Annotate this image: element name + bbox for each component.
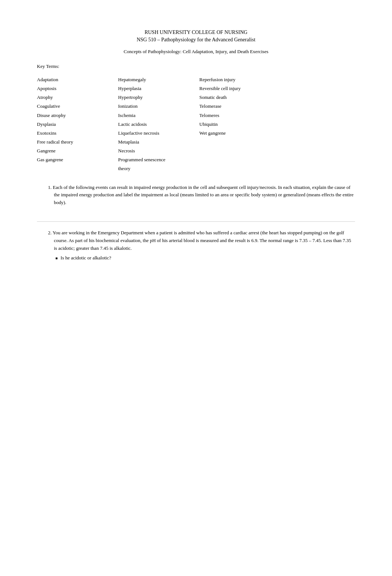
term-item: Gas gangrene — [37, 156, 118, 163]
term-item: Exotoxins — [37, 130, 118, 137]
question-divider — [37, 221, 355, 222]
term-item: Ionization — [118, 103, 199, 110]
term-item: Somatic death — [199, 94, 281, 101]
term-item: Ubiquitin — [199, 121, 281, 128]
header-line1: RUSH UNIVERSITY COLLEGE OF NURSING — [37, 30, 355, 35]
term-item: Coagulative — [37, 103, 118, 110]
term-item: Reversible cell injury — [199, 85, 281, 92]
term-item: Disuse atrophy — [37, 112, 118, 119]
term-item: Hepatomegaly — [118, 76, 199, 83]
term-item: Necrosis — [118, 147, 199, 155]
questions-section: 1. Each of the following events can resu… — [37, 184, 355, 262]
term-item: Metaplasia — [118, 138, 199, 146]
term-item: Reperfusion injury — [199, 76, 281, 83]
term-item: Apoptosis — [37, 85, 118, 92]
term-item: Telomeres — [199, 112, 281, 119]
terms-col-1: AdaptationApoptosisAtrophyCoagulativeDis… — [37, 76, 118, 173]
question-text-2: 2. You are working in the Emergency Depa… — [43, 229, 355, 252]
term-item: Dysplasia — [37, 121, 118, 128]
term-item: Gangrene — [37, 147, 118, 155]
terms-col-2: HepatomegalyHyperplasiaHypertrophyIoniza… — [118, 76, 199, 173]
key-terms-label: Key Terms: — [37, 63, 355, 69]
subtitle: Concepts of Pathophysiology: Cell Adapta… — [37, 49, 355, 55]
page: RUSH UNIVERSITY COLLEGE OF NURSING NSG 5… — [0, 0, 392, 576]
header-line2: NSG 510 – Pathophysiology for the Advanc… — [37, 37, 355, 43]
term-item: Atrophy — [37, 94, 118, 101]
term-item: Lactic acidosis — [118, 121, 199, 128]
term-item: Wet gangrene — [199, 130, 281, 137]
question-text-1: 1. Each of the following events can resu… — [43, 184, 355, 207]
term-item: Liquefactive necrosis — [118, 130, 199, 137]
term-item: Adaptation — [37, 76, 118, 83]
question-block-1: 1. Each of the following events can resu… — [37, 184, 355, 207]
term-item: Hypertrophy — [118, 94, 199, 101]
term-item: Telomerase — [199, 103, 281, 110]
term-item: Hyperplasia — [118, 85, 199, 92]
terms-col-3: Reperfusion injuryReversible cell injury… — [199, 76, 281, 173]
term-item: Free radical theory — [37, 138, 118, 146]
bullet-icon: ■ — [55, 256, 58, 260]
sub-bullet: ■Is he acidotic or alkalotic? — [37, 254, 355, 262]
term-item: theory — [118, 165, 199, 172]
question-block-2: 2. You are working in the Emergency Depa… — [37, 221, 355, 262]
header: RUSH UNIVERSITY COLLEGE OF NURSING NSG 5… — [37, 30, 355, 55]
term-item: Ischemia — [118, 112, 199, 119]
terms-grid: AdaptationApoptosisAtrophyCoagulativeDis… — [37, 76, 355, 173]
term-item: Programmed senescence — [118, 156, 199, 163]
